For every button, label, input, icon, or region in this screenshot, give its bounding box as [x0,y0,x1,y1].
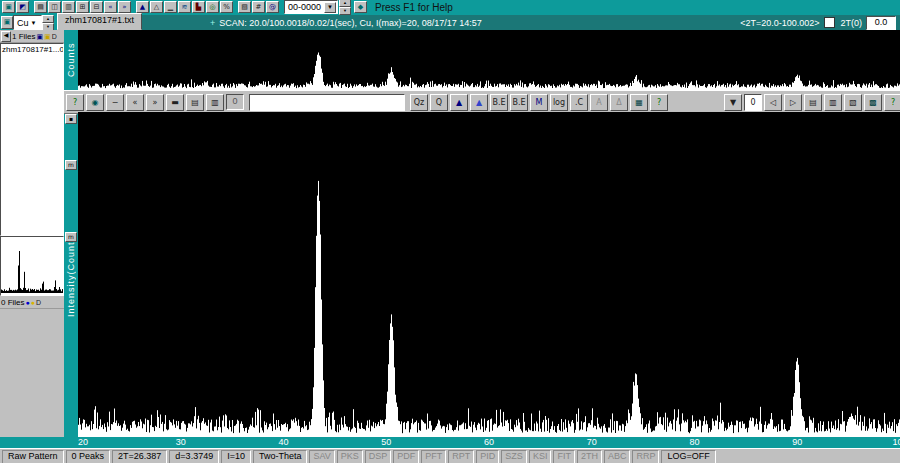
thumbnail-chart[interactable] [1,237,63,293]
drive-label-2[interactable]: D [36,298,41,307]
help-button-3[interactable]: ? [884,94,900,111]
chevron-down-icon[interactable]: ▼ [31,20,37,26]
redo-button[interactable]: » [118,1,131,13]
peak-marks-button[interactable]: M [530,94,548,111]
log-scale-button[interactable]: log [550,94,568,111]
toggle-pks[interactable]: PKS [337,450,363,463]
toggle-ksi[interactable]: KSI [529,450,552,463]
pan-left-button[interactable]: « [126,94,144,111]
celsius-button[interactable]: .C [570,94,588,111]
box-cursor-button[interactable]: ▬ [166,94,184,111]
x-tick-label: 50 [381,437,391,448]
overlay-select[interactable]: ▼ [724,94,742,111]
folder-icon[interactable]: ▣ [44,32,51,41]
toggle-rpt[interactable]: RPT [448,450,474,463]
card-number-button[interactable]: # [252,1,265,13]
copy-button[interactable]: ⊞ [76,1,89,13]
pattern-thumbnail[interactable] [0,236,64,296]
toggle-sav[interactable]: SAV [309,450,334,463]
pattern-viewer-icon[interactable]: ▣ [2,1,15,13]
minimized-marker-1[interactable]: ▪ [65,114,77,124]
toggle-dsp[interactable]: DSP [365,450,392,463]
retrieve-card-button[interactable]: ◆ [354,1,367,13]
bg-fit-button[interactable]: B.E [510,94,528,111]
pdf-card-spinner[interactable]: ▲ ▼ [339,0,351,15]
search-match-button[interactable]: ◎ [206,1,219,13]
tile-view-icon[interactable]: ▣ [37,32,44,41]
database-button[interactable]: @ [266,1,279,13]
two-theta-zero-value[interactable]: 0.0 [866,16,896,30]
log-status[interactable]: LOG=OFF [661,450,715,463]
smooth-button[interactable]: ≋ [178,1,191,13]
toggle-pdf[interactable]: PDF [393,450,419,463]
help-button-2[interactable]: ? [650,94,668,111]
zoom-z-button[interactable]: Qz [410,94,428,111]
stack-up-button[interactable]: ▤ [804,94,822,111]
overview-chart[interactable] [78,30,900,90]
overlay-dot-yellow-icon[interactable]: ● [31,298,35,307]
file-tab[interactable]: zhm170817#1.txt [57,13,142,30]
anode-spinner[interactable]: ▲ ▼ [42,15,54,31]
toggle-pft[interactable]: PFT [421,450,446,463]
message-input[interactable] [249,94,405,111]
toggle-szs[interactable]: SZS [501,450,527,463]
toggle-fit[interactable]: FIT [553,450,575,463]
bg-edit-button[interactable]: B.E [490,94,508,111]
primary-files-header[interactable]: ◀ 1 Files ▣▣D [0,30,64,43]
stick-pattern-button[interactable]: ▙ [192,1,205,13]
half-scale-button[interactable]: ▲ [470,94,488,111]
collapse-panel-icon[interactable]: ◀ [1,31,11,42]
main-chart[interactable] [78,112,900,437]
offset-readout[interactable]: 0 [744,94,762,111]
delta-list-button[interactable]: Δ [610,94,628,111]
file-list-item[interactable]: zhm170817#1... 08 [1,44,63,55]
overlay-dot-blue-icon[interactable]: ● [26,298,30,307]
toggle-abc[interactable]: ABC [604,450,631,463]
stack-down-button[interactable]: ▥ [824,94,842,111]
anode-select[interactable]: Cu ▼ [13,15,42,30]
axis-units[interactable]: Two-Theta [253,450,308,463]
overlay-view-icon[interactable]: ◩ [16,1,29,13]
file-list[interactable]: zhm170817#1... 08 [0,43,64,236]
minimized-window-m1[interactable]: m [65,160,77,170]
pdf-card-select[interactable]: 00-0000 ▼ [284,0,338,14]
paste-button[interactable]: ⊟ [90,1,103,13]
grid-button[interactable]: ▦ [630,94,648,111]
open-file-button[interactable]: ▤ [34,1,47,13]
pan-right-button[interactable]: » [146,94,164,111]
quant-percent-button[interactable]: % [220,1,233,13]
spin-up-icon[interactable]: ▲ [339,0,351,7]
background-button[interactable]: ▁ [164,1,177,13]
toggle-2th[interactable]: 2TH [577,450,602,463]
profile-fit-button[interactable]: △ [150,1,163,13]
hatch-button[interactable]: ▧ [844,94,862,111]
layout-stack-button[interactable]: ▤ [186,94,204,111]
spin-up-icon[interactable]: ▲ [42,15,54,23]
minimized-window-m2[interactable]: m [65,232,77,242]
undo-button[interactable]: « [104,1,117,13]
drive-label[interactable]: D [52,32,57,41]
save-button[interactable]: ◫ [48,1,61,13]
shift-left-button[interactable]: ◁ [764,94,782,111]
range-checkbox[interactable] [824,17,835,28]
wavelength-icon[interactable]: ▣ [1,16,13,29]
stop-button[interactable]: ◉ [86,94,104,111]
layout-tile-button[interactable]: ▥ [206,94,224,111]
palette-button[interactable]: ▩ [864,94,882,111]
zoom-q-button[interactable]: Q [430,94,448,111]
chevron-down-icon[interactable]: ▼ [324,2,336,13]
print-button[interactable]: ▥ [62,1,75,13]
peak-find-button[interactable]: ▲ [136,1,149,13]
shift-right-button[interactable]: ▷ [784,94,802,111]
line-cursor-button[interactable]: − [106,94,124,111]
toggle-pid[interactable]: PID [476,450,499,463]
secondary-files-header[interactable]: 0 Files ●●D [0,296,64,309]
a-list-button[interactable]: A [590,94,608,111]
overview-y-axis-label: Counts [64,30,78,90]
pattern-table-button[interactable]: ▧ [238,1,251,13]
file-panel: ◀ 1 Files ▣▣D zhm170817#1... 08 0 Files … [0,30,64,448]
help-button[interactable]: ? [66,94,84,111]
full-scale-button[interactable]: ▲ [450,94,468,111]
chart-toolbar-far-right: ▼0◁▷▤▥▧▩? [724,94,900,111]
toggle-rrp[interactable]: RRP [632,450,659,463]
